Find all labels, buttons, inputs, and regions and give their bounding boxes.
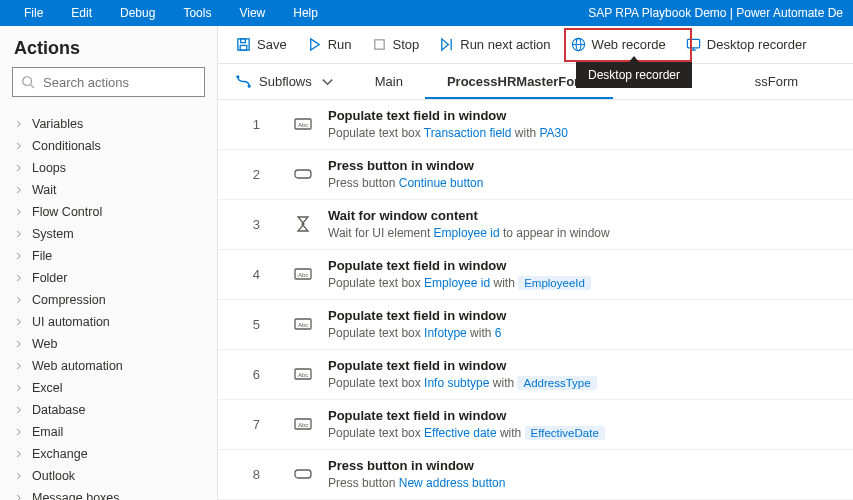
- category-database[interactable]: Database: [0, 399, 217, 421]
- svg-rect-4: [240, 45, 247, 50]
- category-excel[interactable]: Excel: [0, 377, 217, 399]
- menu-item-help[interactable]: Help: [279, 6, 332, 20]
- svg-point-14: [248, 85, 250, 87]
- category-label: Loops: [32, 161, 66, 175]
- category-label: Flow Control: [32, 205, 102, 219]
- step-title: Press button in window: [328, 457, 505, 475]
- category-label: Variables: [32, 117, 83, 131]
- step-number: 5: [218, 317, 288, 332]
- menu-item-debug[interactable]: Debug: [106, 6, 169, 20]
- step-icon: [439, 37, 454, 52]
- category-flow-control[interactable]: Flow Control: [0, 201, 217, 223]
- tab-processhrmasterform[interactable]: ProcessHRMasterForm: [425, 64, 613, 99]
- step-title: Populate text field in window: [328, 407, 605, 425]
- step-description: Wait for UI element Employee id to appea…: [328, 225, 610, 242]
- category-folder[interactable]: Folder: [0, 267, 217, 289]
- svg-rect-10: [687, 39, 699, 47]
- menu-item-file[interactable]: File: [10, 6, 57, 20]
- step-row[interactable]: 6AbcPopulate text field in windowPopulat…: [218, 350, 853, 400]
- stop-icon: [372, 37, 387, 52]
- tab-main[interactable]: Main: [353, 64, 425, 99]
- tab-ssform[interactable]: ssForm: [733, 64, 820, 99]
- textbox-icon: Abc: [292, 363, 314, 385]
- menu-item-view[interactable]: View: [225, 6, 279, 20]
- svg-text:Abc: Abc: [298, 372, 308, 378]
- stop-label: Stop: [393, 37, 420, 52]
- desktop-recorder-button[interactable]: Desktop recorder: [676, 32, 817, 57]
- category-email[interactable]: Email: [0, 421, 217, 443]
- step-title: Populate text field in window: [328, 307, 506, 325]
- step-number: 7: [218, 417, 288, 432]
- category-label: Outlook: [32, 469, 75, 483]
- step-text: Populate text field in windowPopulate te…: [328, 357, 597, 392]
- search-input-wrap[interactable]: [12, 67, 205, 97]
- web-recorder-button[interactable]: Web recorde: [561, 32, 676, 57]
- category-label: System: [32, 227, 74, 241]
- svg-point-0: [23, 77, 32, 86]
- step-description: Press button Continue button: [328, 175, 483, 192]
- subflows-label: Subflows: [259, 74, 312, 89]
- category-label: Excel: [32, 381, 63, 395]
- step-row[interactable]: 5AbcPopulate text field in windowPopulat…: [218, 300, 853, 350]
- category-label: Folder: [32, 271, 67, 285]
- menubar-items: FileEditDebugToolsViewHelp: [10, 6, 332, 20]
- step-row[interactable]: 7AbcPopulate text field in windowPopulat…: [218, 400, 853, 450]
- step-row[interactable]: 2Press button in windowPress button Cont…: [218, 150, 853, 200]
- menu-item-edit[interactable]: Edit: [57, 6, 106, 20]
- category-message-boxes[interactable]: Message boxes: [0, 487, 217, 500]
- svg-rect-26: [295, 470, 311, 478]
- step-description: Populate text box Employee id with Emplo…: [328, 275, 591, 292]
- category-label: File: [32, 249, 52, 263]
- category-outlook[interactable]: Outlook: [0, 465, 217, 487]
- chevron-down-icon: [320, 74, 335, 89]
- toolbar: Save Run Stop Run next action Web record…: [218, 26, 853, 64]
- subflows-icon: [236, 74, 251, 89]
- step-description: Populate text box Info subtype with Addr…: [328, 375, 597, 392]
- category-label: Compression: [32, 293, 106, 307]
- subflows-button[interactable]: Subflows: [218, 64, 353, 99]
- save-icon: [236, 37, 251, 52]
- category-wait[interactable]: Wait: [0, 179, 217, 201]
- run-button[interactable]: Run: [297, 32, 362, 57]
- search-input[interactable]: [43, 75, 211, 90]
- category-file[interactable]: File: [0, 245, 217, 267]
- step-title: Wait for window content: [328, 207, 610, 225]
- actions-categories: VariablesConditionalsLoopsWaitFlow Contr…: [0, 107, 217, 500]
- category-system[interactable]: System: [0, 223, 217, 245]
- textbox-icon: Abc: [292, 313, 314, 335]
- category-conditionals[interactable]: Conditionals: [0, 135, 217, 157]
- category-exchange[interactable]: Exchange: [0, 443, 217, 465]
- globe-icon: [571, 37, 586, 52]
- monitor-icon: [686, 37, 701, 52]
- category-compression[interactable]: Compression: [0, 289, 217, 311]
- step-text: Populate text field in windowPopulate te…: [328, 407, 605, 442]
- stop-button[interactable]: Stop: [362, 32, 430, 57]
- step-row[interactable]: 3Wait for window contentWait for UI elem…: [218, 200, 853, 250]
- svg-rect-17: [295, 170, 311, 178]
- step-number: 8: [218, 467, 288, 482]
- web-recorder-label: Web recorde: [592, 37, 666, 52]
- steps-pane[interactable]: 1AbcPopulate text field in windowPopulat…: [218, 100, 853, 500]
- svg-line-1: [31, 85, 35, 89]
- step-row[interactable]: 4AbcPopulate text field in windowPopulat…: [218, 250, 853, 300]
- menu-item-tools[interactable]: Tools: [169, 6, 225, 20]
- category-label: Message boxes: [32, 491, 120, 500]
- category-loops[interactable]: Loops: [0, 157, 217, 179]
- category-variables[interactable]: Variables: [0, 113, 217, 135]
- run-next-label: Run next action: [460, 37, 550, 52]
- svg-text:Abc: Abc: [298, 272, 308, 278]
- step-row[interactable]: 8Press button in windowPress button New …: [218, 450, 853, 500]
- step-description: Populate text box Effective date with Ef…: [328, 425, 605, 442]
- category-web[interactable]: Web: [0, 333, 217, 355]
- category-ui-automation[interactable]: UI automation: [0, 311, 217, 333]
- wait-icon: [292, 213, 314, 235]
- step-title: Populate text field in window: [328, 257, 591, 275]
- svg-rect-5: [374, 40, 383, 49]
- category-web-automation[interactable]: Web automation: [0, 355, 217, 377]
- svg-point-13: [237, 76, 239, 78]
- step-text: Press button in windowPress button New a…: [328, 457, 505, 492]
- step-row[interactable]: 1AbcPopulate text field in windowPopulat…: [218, 100, 853, 150]
- save-button[interactable]: Save: [226, 32, 297, 57]
- step-number: 1: [218, 117, 288, 132]
- run-next-button[interactable]: Run next action: [429, 32, 560, 57]
